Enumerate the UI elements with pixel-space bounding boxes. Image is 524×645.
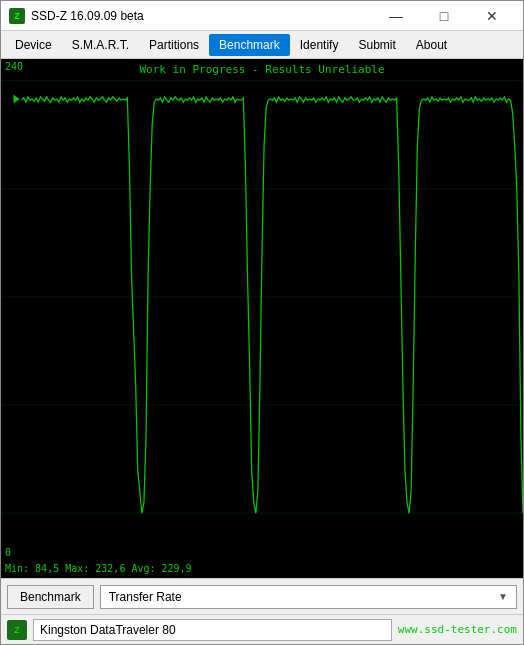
title-text: SSD-Z 16.09.09 beta [31,9,144,23]
menu-item-device[interactable]: Device [5,34,62,56]
chart-title: Work in Progress - Results Unreliable [1,63,523,76]
svg-marker-5 [13,95,19,104]
title-controls: — □ ✕ [373,2,515,30]
menu-item-partitions[interactable]: Partitions [139,34,209,56]
menu-item-about[interactable]: About [406,34,457,56]
dropdown-value: Transfer Rate [109,590,182,604]
menu-bar: Device S.M.A.R.T. Partitions Benchmark I… [1,31,523,59]
device-name: Kingston DataTraveler 80 [33,619,392,641]
menu-item-submit[interactable]: Submit [348,34,405,56]
title-bar: Z SSD-Z 16.09.09 beta — □ ✕ [1,1,523,31]
main-window: Z SSD-Z 16.09.09 beta — □ ✕ Device S.M.A… [0,0,524,645]
watermark: www.ssd-tester.com [398,623,517,636]
dropdown-arrow-icon: ▼ [498,591,508,602]
maximize-button[interactable]: □ [421,2,467,30]
benchmark-button[interactable]: Benchmark [7,585,94,609]
minimize-button[interactable]: — [373,2,419,30]
app-icon: Z [9,8,25,24]
menu-item-smart[interactable]: S.M.A.R.T. [62,34,139,56]
chart-svg [1,59,523,578]
chart-area: 240 Work in Progress - Results Unreliabl… [1,59,523,578]
status-bar: Z Kingston DataTraveler 80 www.ssd-teste… [1,614,523,644]
bottom-bar: Benchmark Transfer Rate ▼ [1,578,523,614]
menu-item-benchmark[interactable]: Benchmark [209,34,290,56]
menu-item-identify[interactable]: Identify [290,34,349,56]
status-icon: Z [7,620,27,640]
title-bar-left: Z SSD-Z 16.09.09 beta [9,8,144,24]
dropdown-metric[interactable]: Transfer Rate ▼ [100,585,517,609]
close-button[interactable]: ✕ [469,2,515,30]
